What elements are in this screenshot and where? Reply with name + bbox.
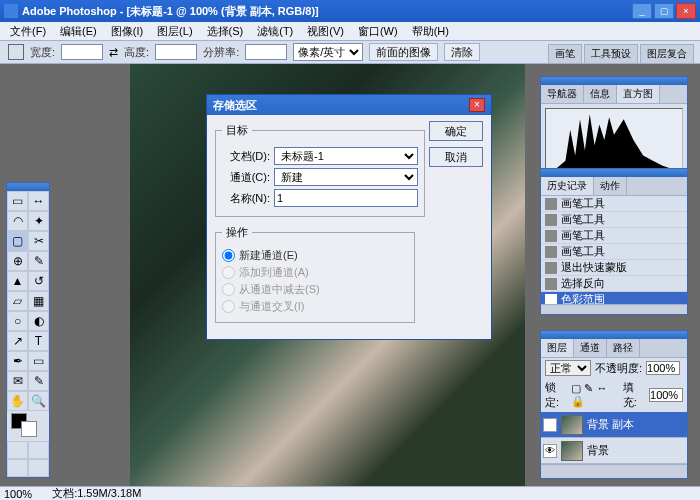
menu-edit[interactable]: 编辑(E) bbox=[54, 24, 103, 39]
height-input[interactable] bbox=[155, 44, 197, 60]
height-label: 高度: bbox=[124, 45, 149, 60]
toolbox-title[interactable] bbox=[7, 183, 49, 191]
background-color[interactable] bbox=[21, 421, 37, 437]
panel-grip[interactable] bbox=[541, 331, 687, 339]
cancel-button[interactable]: 取消 bbox=[429, 147, 483, 167]
operation-legend: 操作 bbox=[222, 225, 252, 240]
dtab-presets[interactable]: 工具预设 bbox=[584, 44, 638, 64]
layer-thumb bbox=[561, 441, 583, 461]
move-tool[interactable]: ↔ bbox=[28, 191, 49, 211]
menu-image[interactable]: 图像(I) bbox=[105, 24, 149, 39]
zoom-level[interactable]: 100% bbox=[4, 488, 32, 500]
history-item[interactable]: 画笔工具 bbox=[541, 212, 687, 228]
menu-window[interactable]: 窗口(W) bbox=[352, 24, 404, 39]
history-item[interactable]: 画笔工具 bbox=[541, 196, 687, 212]
dodge-tool[interactable]: ◐ bbox=[28, 311, 49, 331]
tab-layers[interactable]: 图层 bbox=[541, 339, 574, 357]
notes-tool[interactable]: ✉ bbox=[7, 371, 28, 391]
brush-tool[interactable]: ✎ bbox=[28, 251, 49, 271]
tab-paths[interactable]: 路径 bbox=[607, 339, 640, 357]
name-input[interactable] bbox=[274, 189, 418, 207]
blur-tool[interactable]: ○ bbox=[7, 311, 28, 331]
status-bar: 100% 文档:1.59M/3.18M bbox=[0, 486, 700, 500]
clear-button[interactable]: 清除 bbox=[444, 43, 480, 61]
tab-histogram[interactable]: 直方图 bbox=[617, 85, 660, 103]
tab-history[interactable]: 历史记录 bbox=[541, 177, 594, 195]
document-select[interactable]: 未标题-1 bbox=[274, 147, 418, 165]
visibility-icon[interactable]: 👁 bbox=[543, 418, 557, 432]
lock-icons[interactable]: ▢ ✎ ↔ 🔒 bbox=[571, 382, 618, 408]
history-item[interactable]: 画笔工具 bbox=[541, 228, 687, 244]
panel-grip[interactable] bbox=[541, 77, 687, 85]
tab-navigator[interactable]: 导航器 bbox=[541, 85, 584, 103]
menu-filter[interactable]: 滤镜(T) bbox=[251, 24, 299, 39]
dtab-brush[interactable]: 画笔 bbox=[548, 44, 582, 64]
tab-channels[interactable]: 通道 bbox=[574, 339, 607, 357]
standard-mode[interactable] bbox=[7, 441, 28, 459]
history-buttons[interactable] bbox=[541, 304, 687, 314]
tab-actions[interactable]: 动作 bbox=[594, 177, 627, 195]
crop-tool[interactable]: ▢ bbox=[7, 231, 28, 251]
menu-select[interactable]: 选择(S) bbox=[201, 24, 250, 39]
path-tool[interactable]: ↗ bbox=[7, 331, 28, 351]
layer-name: 背景 bbox=[587, 443, 609, 458]
ok-button[interactable]: 确定 bbox=[429, 121, 483, 141]
layer-thumb bbox=[561, 415, 583, 435]
select-icon bbox=[545, 278, 557, 290]
shape-tool[interactable]: ▭ bbox=[28, 351, 49, 371]
stamp-tool[interactable]: ▲ bbox=[7, 271, 28, 291]
menu-view[interactable]: 视图(V) bbox=[301, 24, 350, 39]
titlebar: Adobe Photoshop - [未标题-1 @ 100% (背景 副本, … bbox=[0, 0, 700, 22]
wand-tool[interactable]: ✦ bbox=[28, 211, 49, 231]
doc-size: 文档:1.59M/3.18M bbox=[52, 486, 141, 500]
fill-input[interactable] bbox=[649, 388, 683, 402]
blend-mode-select[interactable]: 正常 bbox=[545, 360, 591, 376]
close-button[interactable]: × bbox=[676, 3, 696, 19]
save-selection-dialog: 存储选区 × 目标 文档(D): 未标题-1 通道(C): 新建 名称(N): bbox=[206, 94, 492, 340]
lasso-tool[interactable]: ◠ bbox=[7, 211, 28, 231]
hand-tool[interactable]: ✋ bbox=[7, 391, 28, 411]
panel-grip[interactable] bbox=[541, 169, 687, 177]
history-brush-tool[interactable]: ↺ bbox=[28, 271, 49, 291]
menu-file[interactable]: 文件(F) bbox=[4, 24, 52, 39]
layer-row[interactable]: 👁 背景 bbox=[541, 438, 687, 464]
unit-select[interactable]: 像素/英寸 bbox=[293, 43, 363, 61]
operation-group: 操作 新建通道(E) 添加到通道(A) 从通道中减去(S) 与通道交叉(I) bbox=[215, 225, 415, 323]
gradient-tool[interactable]: ▦ bbox=[28, 291, 49, 311]
history-item[interactable]: 退出快速蒙版 bbox=[541, 260, 687, 276]
heal-tool[interactable]: ⊕ bbox=[7, 251, 28, 271]
eraser-tool[interactable]: ▱ bbox=[7, 291, 28, 311]
menu-layer[interactable]: 图层(L) bbox=[151, 24, 198, 39]
minimize-button[interactable]: _ bbox=[632, 3, 652, 19]
slice-tool[interactable]: ✂ bbox=[28, 231, 49, 251]
layer-row[interactable]: 👁 背景 副本 bbox=[541, 412, 687, 438]
quickmask-mode[interactable] bbox=[28, 441, 49, 459]
pen-tool[interactable]: ✒ bbox=[7, 351, 28, 371]
opacity-input[interactable] bbox=[646, 361, 680, 375]
dialog-close-button[interactable]: × bbox=[469, 98, 485, 112]
screen-mode-1[interactable] bbox=[7, 459, 28, 477]
mask-icon bbox=[545, 262, 557, 274]
tab-info[interactable]: 信息 bbox=[584, 85, 617, 103]
dialog-titlebar[interactable]: 存储选区 × bbox=[207, 95, 491, 115]
history-item[interactable]: 色彩范围 bbox=[541, 292, 687, 304]
marquee-tool[interactable]: ▭ bbox=[7, 191, 28, 211]
history-item[interactable]: 选择反向 bbox=[541, 276, 687, 292]
dtab-layercomp[interactable]: 图层复合 bbox=[640, 44, 694, 64]
screen-mode-2[interactable] bbox=[28, 459, 49, 477]
type-tool[interactable]: T bbox=[28, 331, 49, 351]
resolution-input[interactable] bbox=[245, 44, 287, 60]
swap-icon[interactable]: ⇄ bbox=[109, 46, 118, 59]
history-item[interactable]: 画笔工具 bbox=[541, 244, 687, 260]
front-image-button[interactable]: 前面的图像 bbox=[369, 43, 438, 61]
radio-new-channel[interactable]: 新建通道(E) bbox=[222, 248, 408, 263]
maximize-button[interactable]: ▢ bbox=[654, 3, 674, 19]
zoom-tool[interactable]: 🔍 bbox=[28, 391, 49, 411]
crop-icon[interactable] bbox=[8, 44, 24, 60]
layers-buttons[interactable] bbox=[541, 464, 687, 478]
channel-select[interactable]: 新建 bbox=[274, 168, 418, 186]
menu-help[interactable]: 帮助(H) bbox=[406, 24, 455, 39]
width-input[interactable] bbox=[61, 44, 103, 60]
eyedropper-tool[interactable]: ✎ bbox=[28, 371, 49, 391]
visibility-icon[interactable]: 👁 bbox=[543, 444, 557, 458]
